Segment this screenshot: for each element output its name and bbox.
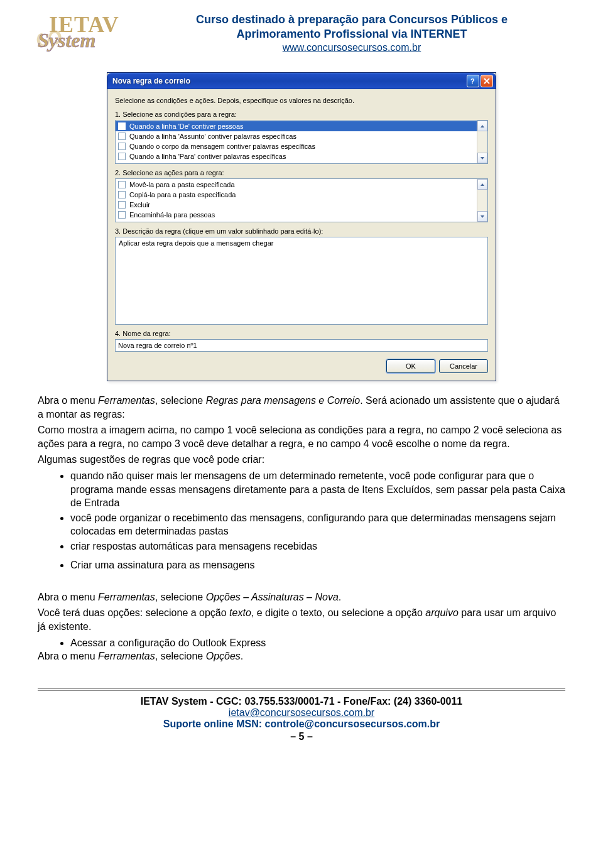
text-fragment: , e digite o texto, ou selecione a opção [251, 607, 426, 618]
page-footer: IETAV System - CGC: 03.755.533/0001-71 -… [38, 688, 565, 742]
checkbox-icon[interactable] [118, 143, 126, 150]
text-fragment: . [241, 651, 243, 661]
list-item-label: Movê-la para a pasta especificada [129, 181, 235, 188]
scrollbar[interactable] [477, 179, 487, 222]
paragraph: Algumas sugestões de regras que você pod… [38, 453, 565, 467]
checkbox-icon[interactable] [118, 181, 126, 188]
rule-name-input[interactable] [115, 339, 488, 352]
italic-text: arquivo [425, 607, 458, 618]
scroll-up-button[interactable] [477, 179, 487, 190]
italic-text: Opções – Assinaturas – Nova [206, 592, 339, 602]
checkbox-icon[interactable] [118, 153, 126, 160]
text-fragment: quando não quiser mais ler mensagens de … [70, 470, 565, 508]
scroll-track[interactable] [477, 131, 487, 153]
scroll-up-button[interactable] [477, 121, 487, 131]
dialog-titlebar: Nova regra de correio ? [107, 73, 496, 89]
actions-label: 2. Selecione as ações para a regra: [115, 169, 488, 176]
text-fragment: Abra o menu [38, 651, 98, 661]
dialog-actions-row: OK Cancelar [115, 352, 488, 373]
action-item[interactable]: Copiá-la para a pasta especificada [116, 190, 477, 200]
description-label: 3. Descrição da regra (clique em um valo… [115, 227, 488, 235]
action-item[interactable]: Encaminhá-la para pessoas [116, 210, 477, 220]
condition-item[interactable]: Quando a linha 'Para' contiver palavras … [116, 151, 477, 161]
footer-company-line: IETAV System - CGC: 03.755.533/0001-71 -… [38, 696, 565, 707]
scrollbar[interactable] [477, 121, 487, 163]
svg-text:?: ? [470, 77, 475, 85]
dialog-title: Nova regra de correio [112, 77, 465, 85]
list-item: criar respostas automáticas para mensage… [70, 540, 565, 553]
list-item-label: Quando a linha 'Assunto' contiver palavr… [129, 133, 296, 140]
text-fragment: . [339, 592, 341, 602]
header-title-line2: Aprimoramento Profissional via INTERNET [138, 27, 565, 41]
list-item: quando não quiser mais ler mensagens de … [70, 469, 565, 510]
italic-text: Opções [206, 651, 241, 661]
list-item-label: Excluir [129, 201, 150, 209]
list-item-label: Copiá-la para a pasta especificada [129, 191, 236, 198]
scroll-down-button[interactable] [477, 153, 487, 163]
text-fragment: , selecione [155, 592, 206, 602]
checkbox-icon[interactable] [118, 211, 126, 219]
paragraph: Como mostra a imagem acima, no campo 1 v… [38, 423, 565, 450]
scroll-track[interactable] [477, 190, 487, 211]
close-button[interactable] [481, 75, 493, 87]
new-rule-dialog: Nova regra de correio ? Selecione as con… [107, 72, 496, 381]
checkbox-icon[interactable] [118, 201, 126, 209]
action-item[interactable]: Excluir [116, 200, 477, 210]
checkbox-icon[interactable] [118, 191, 126, 198]
italic-text: texto [229, 607, 251, 618]
text-fragment: , selecione [155, 651, 206, 661]
footer-msn-value: controle@concursosecursos.com.br [264, 719, 440, 729]
condition-item[interactable]: Quando o corpo da mensagem contiver pala… [116, 141, 477, 151]
condition-item[interactable]: Quando a linha 'Assunto' contiver palavr… [116, 131, 477, 141]
description-text: Aplicar esta regra depois que a mensagem… [119, 239, 273, 247]
text-fragment: Você terá duas opções: selecione a opção [38, 607, 229, 618]
help-button[interactable]: ? [467, 75, 479, 87]
header-url-link[interactable]: www.concursosecursos.com.br [283, 42, 421, 53]
text-fragment: Abra o menu [38, 395, 98, 406]
scroll-down-button[interactable] [477, 211, 487, 222]
list-item: Criar uma assinatura para as mensagens [70, 558, 565, 572]
text-fragment: Abra o menu [38, 592, 98, 602]
list-item: Acessar a configuração do Outlook Expres… [70, 636, 565, 650]
header-title-line1: Curso destinado à preparação para Concur… [138, 13, 565, 27]
conditions-listbox[interactable]: Quando a linha 'De' contiver pessoas Qua… [115, 120, 488, 164]
list-item-label: Quando a linha 'Para' contiver palavras … [129, 153, 286, 160]
rule-description-box[interactable]: Aplicar esta regra depois que a mensagem… [115, 237, 488, 325]
italic-text: Ferramentas [98, 592, 155, 602]
italic-text: Regras para mensagens e Correio [206, 395, 360, 406]
dialog-instruction: Selecione as condições e ações. Depois, … [115, 97, 488, 104]
logo-text-bottom: System [38, 29, 95, 52]
list-item-label: Quando o corpo da mensagem contiver pala… [129, 143, 315, 150]
name-label: 4. Nome da regra: [115, 330, 488, 337]
conditions-label: 1. Selecione as condições para a regra: [115, 111, 488, 118]
condition-item[interactable]: Quando a linha 'De' contiver pessoas [116, 121, 477, 131]
document-body-text: Abra o menu Ferramentas, selecione Regra… [38, 394, 565, 663]
cancel-button[interactable]: Cancelar [439, 359, 488, 373]
italic-text: Ferramentas [98, 395, 155, 406]
footer-email-link[interactable]: ietav@concursosecursos.com.br [229, 707, 374, 718]
list-item-label: Quando a linha 'De' contiver pessoas [129, 122, 244, 130]
list-item-label: Encaminhá-la para pessoas [129, 211, 215, 219]
footer-msn-label: Suporte online MSN: [163, 719, 265, 729]
action-item[interactable]: Movê-la para a pasta especificada [116, 180, 477, 190]
page-header: ᔕ IETAV System Curso destinado à prepara… [38, 13, 565, 53]
logo: ᔕ IETAV System [38, 13, 132, 53]
text-fragment: , selecione [155, 395, 206, 406]
italic-text: Ferramentas [98, 651, 155, 661]
ok-button[interactable]: OK [386, 359, 435, 373]
checkbox-icon[interactable] [118, 122, 126, 130]
list-item: você pode organizar o recebimento das me… [70, 511, 565, 538]
checkbox-icon[interactable] [118, 133, 126, 140]
page-number: – 5 – [38, 731, 565, 742]
actions-listbox[interactable]: Movê-la para a pasta especificada Copiá-… [115, 178, 488, 222]
